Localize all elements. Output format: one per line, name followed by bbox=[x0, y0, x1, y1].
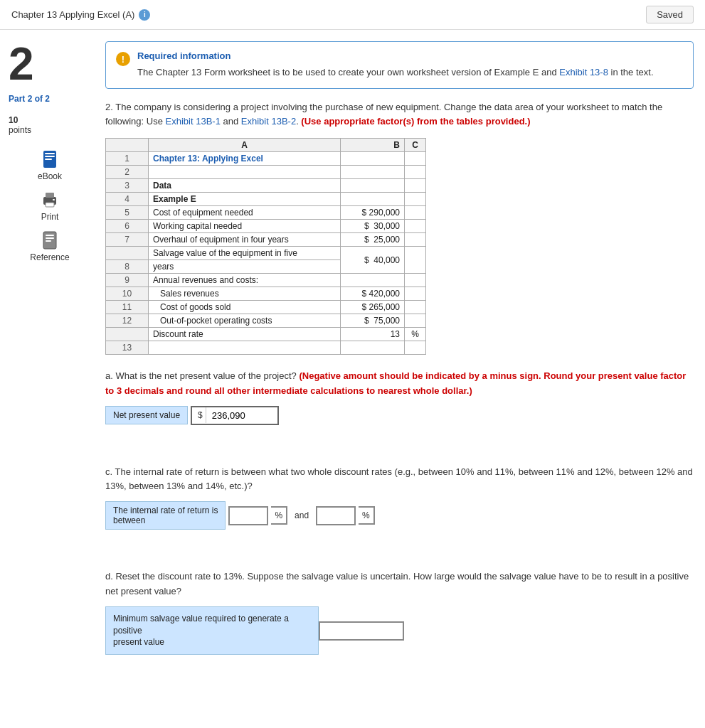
cell-9b bbox=[341, 274, 405, 287]
question-intro: 2. The company is considering a project … bbox=[105, 100, 694, 130]
main-content: ! Required information The Chapter 13 Fo… bbox=[100, 41, 705, 683]
table-row: 2 bbox=[106, 166, 426, 179]
row-num: 7 bbox=[106, 233, 149, 247]
required-info-title: Required information bbox=[137, 50, 654, 61]
table-row: 1 Chapter 13: Applying Excel bbox=[106, 152, 426, 166]
required-info-content: Required information The Chapter 13 Form… bbox=[137, 50, 654, 80]
exhibit-13b1-link[interactable]: Exhibit 13B-1 bbox=[166, 116, 221, 127]
cell-1c bbox=[405, 152, 426, 166]
net-present-value-label: Net present value bbox=[105, 406, 188, 424]
cell-3a: Data bbox=[149, 179, 341, 193]
cell-6b: $ 30,000 bbox=[341, 220, 405, 233]
dollar-sign: $ bbox=[192, 407, 206, 423]
cell-13b bbox=[341, 341, 405, 355]
min-salvage-input[interactable] bbox=[319, 621, 404, 641]
table-row: 13 bbox=[106, 341, 426, 355]
table-row: Salvage value of the equipment in five $… bbox=[106, 247, 426, 260]
cell-12b: $ 75,000 bbox=[341, 314, 405, 328]
part-a-answer-row: Net present value $ bbox=[105, 406, 694, 425]
irr-percent1-input[interactable] bbox=[228, 506, 268, 525]
svg-rect-2 bbox=[45, 156, 55, 157]
cell-9c bbox=[405, 274, 426, 287]
net-present-value-input[interactable] bbox=[206, 407, 277, 424]
use-tables-note: (Use appropriate factor(s) from the tabl… bbox=[301, 116, 530, 127]
table-row: 3 Data bbox=[106, 179, 426, 193]
ebook-label: eBook bbox=[38, 171, 62, 181]
cell-11a: Cost of goods sold bbox=[149, 301, 341, 314]
cell-discount-c: % bbox=[405, 328, 426, 341]
table-row: 12 Out-of-pocket operating costs $ 75,00… bbox=[106, 314, 426, 328]
exclamation-icon: ! bbox=[116, 52, 130, 66]
cell-7b: $ 25,000 bbox=[341, 233, 405, 247]
cell-10a: Sales revenues bbox=[149, 287, 341, 301]
row-num: 1 bbox=[106, 152, 149, 166]
cell-discount-a: Discount rate bbox=[149, 328, 341, 341]
required-info-box: ! Required information The Chapter 13 Fo… bbox=[105, 41, 694, 89]
svg-rect-12 bbox=[46, 240, 51, 242]
cell-5a: Cost of equipment needed bbox=[149, 206, 341, 220]
cell-5b: $ 290,000 bbox=[341, 206, 405, 220]
question-number: 2 bbox=[9, 41, 34, 87]
row-num: 3 bbox=[106, 179, 149, 193]
header: Chapter 13 Applying Excel (A) i Saved bbox=[0, 0, 705, 30]
exhibit-13b2-link[interactable]: Exhibit 13B-2 bbox=[241, 116, 296, 127]
cell-7c bbox=[405, 233, 426, 247]
print-icon bbox=[40, 190, 60, 210]
irr-percent2-unit: % bbox=[359, 506, 375, 525]
cell-6a: Working capital needed bbox=[149, 220, 341, 233]
irr-label: The internal rate of return isbetween bbox=[105, 501, 226, 530]
print-label: Print bbox=[41, 212, 59, 222]
cell-12c bbox=[405, 314, 426, 328]
table-row: 6 Working capital needed $ 30,000 bbox=[106, 220, 426, 233]
reference-label: Reference bbox=[30, 252, 69, 262]
cell-9a: Annual revenues and costs: bbox=[149, 274, 341, 287]
cell-13a bbox=[149, 341, 341, 355]
cell-4b bbox=[341, 193, 405, 206]
table-row: 4 Example E bbox=[106, 193, 426, 206]
irr-and-text: and bbox=[290, 508, 313, 523]
part-d-section: d. Reset the discount rate to 13%. Suppo… bbox=[105, 569, 694, 655]
table-row: Discount rate 13 % bbox=[106, 328, 426, 341]
row-num: 8 bbox=[106, 260, 149, 274]
table-row: 10 Sales revenues $ 420,000 bbox=[106, 287, 426, 301]
row-num: 13 bbox=[106, 341, 149, 355]
print-tool[interactable]: Print bbox=[40, 190, 60, 222]
svg-rect-6 bbox=[46, 203, 54, 207]
cell-12a: Out-of-pocket operating costs bbox=[149, 314, 341, 328]
table-row: 5 Cost of equipment needed $ 290,000 bbox=[106, 206, 426, 220]
irr-percent2-input[interactable] bbox=[316, 506, 356, 525]
svg-rect-11 bbox=[46, 237, 54, 239]
cell-11b: $ 265,000 bbox=[341, 301, 405, 314]
row-num: 2 bbox=[106, 166, 149, 179]
cell-10c bbox=[405, 287, 426, 301]
cell-discount-b: 13 bbox=[341, 328, 405, 341]
cell-7a: Overhaul of equipment in four years bbox=[149, 233, 341, 247]
cell-2c bbox=[405, 166, 426, 179]
saved-button[interactable]: Saved bbox=[646, 6, 694, 23]
min-salvage-label: Minimum salvage value required to genera… bbox=[105, 606, 319, 655]
reference-tool[interactable]: Reference bbox=[30, 230, 69, 262]
cell-7bb: $ 40,000 bbox=[341, 247, 405, 274]
part-c-question: c. The internal rate of return is betwee… bbox=[105, 465, 694, 495]
row-num: 11 bbox=[106, 301, 149, 314]
info-icon[interactable]: i bbox=[139, 9, 150, 21]
part-a-question: a. What is the net present value of the … bbox=[105, 369, 694, 399]
col-header-c: C bbox=[405, 139, 426, 152]
ebook-tool[interactable]: eBook bbox=[38, 149, 62, 181]
row-num: 10 bbox=[106, 287, 149, 301]
part-label: Part 2 of 2 bbox=[9, 94, 50, 104]
irr-answer-row: The internal rate of return isbetween % … bbox=[105, 501, 694, 530]
sidebar: 2 Part 2 of 2 10 points eBook Print bbox=[0, 41, 100, 683]
col-header-row bbox=[106, 139, 149, 152]
row-num: 4 bbox=[106, 193, 149, 206]
net-present-value-input-group: $ bbox=[191, 406, 279, 425]
section-gap-2 bbox=[105, 547, 694, 569]
part-link[interactable]: Part 2 of 2 bbox=[9, 94, 50, 104]
cell-3b bbox=[341, 179, 405, 193]
col-header-a: A bbox=[149, 139, 341, 152]
row-num: 12 bbox=[106, 314, 149, 328]
spreadsheet-table: A B C 1 Chapter 13: Applying Excel 2 bbox=[105, 138, 426, 355]
exhibit-13-8-link[interactable]: Exhibit 13-8 bbox=[559, 67, 608, 77]
part-a-section: a. What is the net present value of the … bbox=[105, 369, 694, 425]
cell-3c bbox=[405, 179, 426, 193]
